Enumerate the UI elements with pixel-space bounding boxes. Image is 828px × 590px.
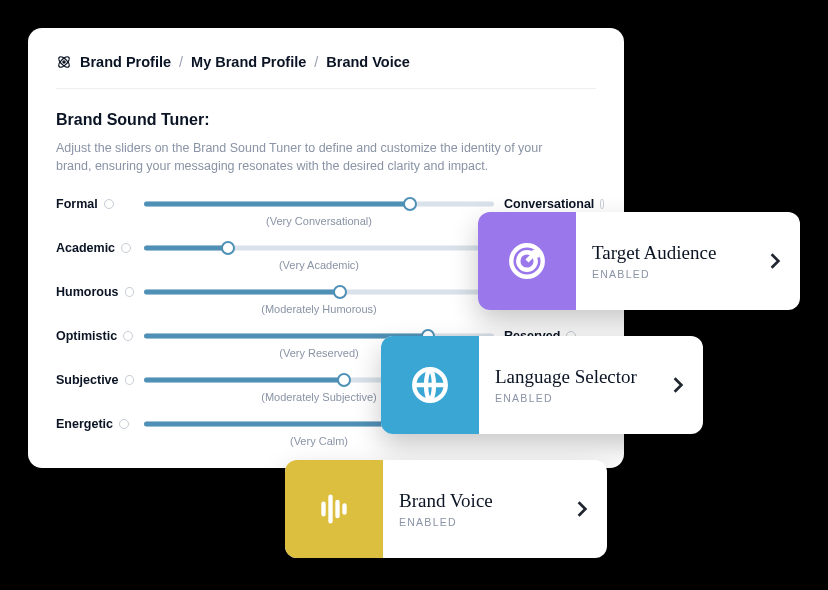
card-title: Brand Voice (399, 490, 571, 512)
card-status: ENABLED (592, 268, 764, 280)
info-icon[interactable] (104, 199, 114, 209)
breadcrumb: Brand Profile / My Brand Profile / Brand… (56, 54, 596, 89)
card-title: Target Audience (592, 242, 764, 264)
crumb-mid[interactable]: My Brand Profile (191, 54, 306, 70)
card-title: Language Selector (495, 366, 667, 388)
chevron-right-icon[interactable] (667, 376, 703, 394)
section-title: Brand Sound Tuner: (56, 111, 596, 129)
crumb-sep: / (314, 54, 318, 70)
crumb-leaf: Brand Voice (326, 54, 410, 70)
info-icon[interactable] (125, 287, 135, 297)
slider-track[interactable] (144, 285, 494, 299)
slider-thumb[interactable] (403, 197, 417, 211)
info-icon[interactable] (123, 331, 133, 341)
slider-thumb[interactable] (337, 373, 351, 387)
slider-left-label: Subjective (56, 373, 134, 387)
slider-track[interactable] (144, 241, 494, 255)
slider-right-label: Conversational (504, 197, 604, 211)
slider-thumb[interactable] (221, 241, 235, 255)
slider-left-label: Humorous (56, 285, 134, 299)
slider-caption: (Very Academic) (144, 259, 494, 271)
info-icon[interactable] (125, 375, 134, 385)
slider-caption: (Very Conversational) (144, 215, 494, 227)
brand-atom-icon (56, 54, 72, 70)
card-brand-voice[interactable]: Brand Voice ENABLED (285, 460, 607, 558)
slider-caption: (Moderately Humorous) (144, 303, 494, 315)
slider-formal: Formal Conversational (Very Conversation… (56, 197, 596, 211)
chevron-right-icon[interactable] (764, 252, 800, 270)
slider-thumb[interactable] (333, 285, 347, 299)
slider-left-label: Formal (56, 197, 134, 211)
slider-caption: (Very Calm) (144, 435, 494, 447)
info-icon[interactable] (119, 419, 129, 429)
info-icon[interactable] (600, 199, 604, 209)
card-language-selector[interactable]: Language Selector ENABLED (381, 336, 703, 434)
slider-track[interactable] (144, 197, 494, 211)
crumb-sep: / (179, 54, 183, 70)
slider-left-label: Academic (56, 241, 134, 255)
globe-icon (381, 336, 479, 434)
card-status: ENABLED (495, 392, 667, 404)
slider-left-label: Optimistic (56, 329, 134, 343)
target-icon (478, 212, 576, 310)
svg-point-2 (63, 61, 65, 63)
section-desc: Adjust the sliders on the Brand Sound Tu… (56, 139, 576, 175)
card-target-audience[interactable]: Target Audience ENABLED (478, 212, 800, 310)
info-icon[interactable] (121, 243, 131, 253)
crumb-root[interactable]: Brand Profile (80, 54, 171, 70)
chevron-right-icon[interactable] (571, 500, 607, 518)
wave-icon (285, 460, 383, 558)
card-status: ENABLED (399, 516, 571, 528)
slider-left-label: Energetic (56, 417, 134, 431)
